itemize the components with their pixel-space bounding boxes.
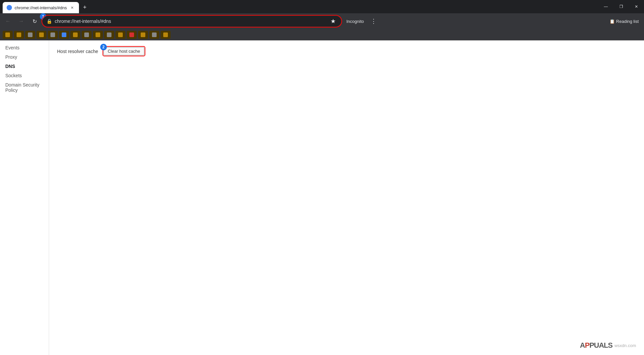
watermark-site: wsxdn.com: [614, 343, 636, 348]
bookmark-favicon-8: [84, 32, 89, 37]
browser-toolbar: ← → ↻ 1 🔒 ★ Incognito ⋮ 📋 Reading list: [0, 13, 644, 29]
bookmark-favicon-1: [5, 32, 10, 37]
dns-row: Host resolver cache 2 Clear host cache: [57, 47, 636, 55]
watermark: APPUALS wsxdn.com: [580, 341, 636, 350]
bookmarks-bar: [0, 29, 644, 40]
bookmark-favicon-12: [129, 32, 134, 37]
bookmark-favicon-5: [50, 32, 55, 37]
address-bar[interactable]: 🔒 ★: [42, 16, 341, 27]
reading-list-icon: 📋: [609, 19, 615, 24]
bookmark-favicon-2: [17, 32, 21, 37]
reading-list-button[interactable]: 📋 Reading list: [607, 19, 641, 24]
tab-favicon-icon: [7, 5, 12, 10]
clear-cache-btn-wrapper: 2 Clear host cache: [104, 47, 145, 55]
bookmark-favicon-4: [39, 32, 44, 37]
bookmark-6[interactable]: [59, 31, 69, 39]
bookmark-15[interactable]: [161, 31, 171, 39]
tab-close-button[interactable]: ✕: [70, 5, 75, 10]
sidebar-item-domain-security-policy[interactable]: Domain Security Policy: [0, 80, 49, 95]
browser-menu-button[interactable]: ⋮: [369, 16, 378, 26]
bookmark-5[interactable]: [48, 31, 58, 39]
minimize-button[interactable]: —: [598, 0, 613, 13]
sidebar-item-dns[interactable]: DNS: [0, 62, 49, 71]
bookmark-7[interactable]: [70, 31, 80, 39]
incognito-label: Incognito: [346, 19, 364, 24]
bookmark-13[interactable]: [138, 31, 148, 39]
address-bar-wrapper: 1 🔒 ★: [42, 16, 341, 27]
new-tab-button[interactable]: +: [80, 3, 90, 12]
browser-tab[interactable]: chrome://net-internals/#dns ✕: [3, 2, 79, 13]
bookmark-favicon-6: [62, 32, 66, 37]
step-badge-2: 2: [100, 44, 107, 50]
bookmark-8[interactable]: [82, 31, 92, 39]
bookmark-favicon-9: [96, 32, 100, 37]
sidebar-item-events[interactable]: Events: [0, 43, 49, 52]
clear-host-cache-button[interactable]: Clear host cache: [104, 47, 145, 55]
main-content: Host resolver cache 2 Clear host cache A…: [49, 40, 644, 355]
bookmark-12[interactable]: [127, 31, 137, 39]
restore-button[interactable]: ❐: [613, 0, 629, 13]
incognito-indicator: Incognito: [344, 19, 367, 24]
bookmark-star-icon[interactable]: ★: [329, 16, 337, 26]
bookmark-favicon-15: [163, 32, 168, 37]
bookmark-favicon-3: [28, 32, 33, 37]
bookmark-1[interactable]: [3, 31, 13, 39]
close-button[interactable]: ✕: [629, 0, 644, 13]
forward-button[interactable]: →: [16, 16, 27, 27]
sidebar-item-sockets[interactable]: Sockets: [0, 71, 49, 80]
title-bar: chrome://net-internals/#dns ✕ + — ❐ ✕: [0, 0, 644, 13]
window-controls: — ❐ ✕: [598, 0, 644, 13]
host-resolver-label: Host resolver cache: [57, 49, 98, 54]
bookmark-10[interactable]: [104, 31, 114, 39]
bookmark-favicon-7: [73, 32, 78, 37]
bookmark-14[interactable]: [149, 31, 159, 39]
bookmark-favicon-13: [141, 32, 145, 37]
bookmark-4[interactable]: [36, 31, 46, 39]
bookmark-2[interactable]: [14, 31, 24, 39]
address-input[interactable]: [55, 19, 326, 24]
back-button[interactable]: ←: [3, 16, 13, 27]
bookmark-favicon-10: [107, 32, 111, 37]
bookmark-9[interactable]: [93, 31, 103, 39]
bookmark-favicon-14: [152, 32, 157, 37]
sidebar: Events Proxy DNS Sockets Domain Security…: [0, 40, 49, 355]
bookmark-3[interactable]: [25, 31, 35, 39]
appuals-logo: APPUALS: [580, 341, 612, 350]
lock-icon: 🔒: [46, 19, 52, 24]
bookmark-11[interactable]: [115, 31, 125, 39]
sidebar-item-proxy[interactable]: Proxy: [0, 52, 49, 62]
reading-list-label: Reading list: [616, 19, 639, 24]
browser-content: Events Proxy DNS Sockets Domain Security…: [0, 40, 644, 355]
bookmark-favicon-11: [118, 32, 123, 37]
refresh-button[interactable]: ↻: [29, 16, 40, 27]
tab-title: chrome://net-internals/#dns: [15, 5, 67, 10]
